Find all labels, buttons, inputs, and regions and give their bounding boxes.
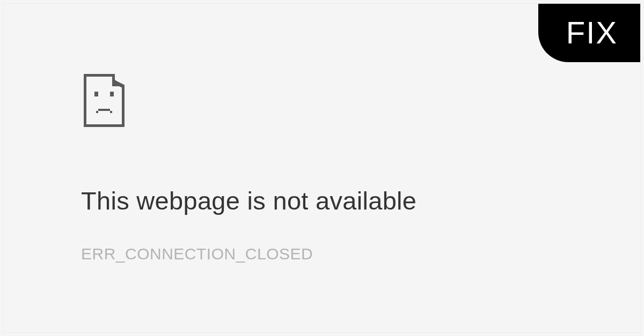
error-content: This webpage is not available ERR_CONNEC… bbox=[81, 73, 416, 263]
error-code: ERR_CONNECTION_CLOSED bbox=[81, 245, 416, 263]
svg-rect-1 bbox=[110, 92, 114, 96]
svg-rect-0 bbox=[94, 92, 98, 96]
sad-page-icon bbox=[83, 73, 125, 127]
svg-rect-2 bbox=[96, 111, 98, 113]
fix-badge: FIX bbox=[538, 4, 640, 62]
error-heading: This webpage is not available bbox=[81, 186, 416, 215]
svg-rect-4 bbox=[110, 111, 112, 113]
error-page: FIX This webpage is not available ERR_CO… bbox=[3, 3, 641, 333]
fix-badge-label: FIX bbox=[566, 15, 618, 50]
svg-rect-3 bbox=[98, 109, 110, 111]
